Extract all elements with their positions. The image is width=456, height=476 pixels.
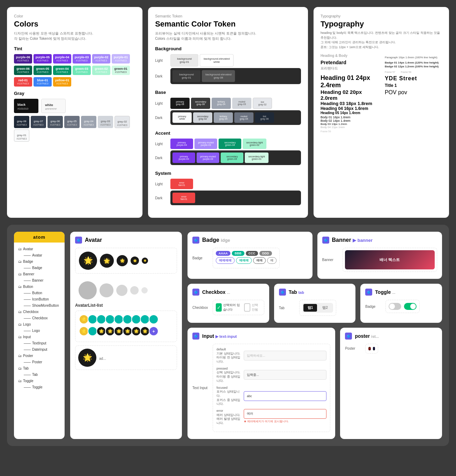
blue-01-swatch: blue-01#197NE3 bbox=[34, 77, 52, 87]
base-light-s1: primarygray-08 bbox=[170, 98, 190, 109]
base-light-s3: tertiarygray-04 bbox=[212, 98, 231, 109]
sidebar-item-banner-parent[interactable]: 🗂 Banner bbox=[18, 271, 60, 277]
badge-card: 🔷 Badge idge Badge AAAA BBB CCC DDD 에에에에 bbox=[187, 232, 312, 279]
badge-pill-4: DDD bbox=[259, 251, 272, 256]
typo-card-desc: heading 및 body의 목록 텍스트입니다. 컨텐츠에 맞는 글자 크기… bbox=[321, 31, 442, 50]
dash-icon-13: —— bbox=[24, 384, 31, 391]
dash-icon-6: —— bbox=[24, 303, 31, 309]
sidebar-item-iconbutton[interactable]: —— IconButton bbox=[18, 296, 60, 303]
checkbox-card: 🔷 Checkbox ... Checkbox ✓ 선택되어 있습니다 선택 안… bbox=[187, 284, 269, 323]
tab-2[interactable]: 탭2 bbox=[318, 304, 332, 312]
avatar-list-row-1: 🌟 bbox=[79, 314, 173, 324]
checkbox-title: Checkbox ... bbox=[202, 289, 230, 295]
avatar-teal-3 bbox=[105, 314, 115, 324]
gray-01-swatch: gray-01 #197NE3 bbox=[14, 129, 29, 142]
avatar-list-row-2: 🌟 🌟 🌟 🌟 🌟 🌟 🌟 + bbox=[79, 326, 173, 336]
checkbox-off[interactable]: 선택 안됨 bbox=[244, 303, 261, 312]
toggle-header: 🔷 Toggle ... bbox=[365, 289, 437, 296]
base-dark-s3: tertiarygray-04 bbox=[214, 112, 233, 123]
avatar-teal-8 bbox=[149, 314, 159, 324]
sidebar-item-badge-parent[interactable]: 🗂 Badge bbox=[18, 259, 60, 265]
accent-dark-s1: primarypurple-04 bbox=[172, 153, 195, 163]
semantic-card-label: Semantic Token bbox=[155, 14, 301, 18]
purple-row: purple-06#197NE3 purple-05#197NE3 purple… bbox=[14, 54, 135, 64]
input-error-field[interactable]: 에러 bbox=[244, 409, 326, 419]
frame-57: Frame 57 bbox=[385, 71, 395, 73]
sidebar-item-showmore[interactable]: —— ShowMoreButton bbox=[18, 303, 60, 309]
accent-dark-s3: secondarygreen-03 bbox=[221, 153, 243, 163]
input-error-wrap: 에러 ★ 에러메세지가 여기에 표시됩니다. bbox=[244, 409, 326, 423]
sidebar-item-avatar-parent[interactable]: 🗂 Avatar bbox=[18, 246, 60, 252]
sidebar-item-logo-parent[interactable]: 🗂 Logo bbox=[18, 321, 60, 328]
sidebar-item-input-parent[interactable]: 🗂 Input bbox=[18, 334, 60, 340]
system-light-row: Light errorfail-01 bbox=[155, 179, 301, 189]
right-top-row: 🔷 Badge idge Badge AAAA BBB CCC DDD 에에에에 bbox=[187, 232, 442, 279]
bg-dark-swatch2: background-elevatedgray-08 bbox=[202, 70, 235, 82]
bg-light-swatch2: background-elevatedwhite bbox=[200, 54, 234, 67]
sidebar-item-tab-parent[interactable]: 🗂 Tab bbox=[18, 365, 60, 372]
badge-pill-1: AAAA bbox=[216, 251, 230, 256]
sidebar-item-dateinput[interactable]: —— DateInput bbox=[18, 347, 60, 353]
sidebar-badge-child-label: Badge bbox=[32, 265, 42, 271]
tab-visual: 탭1 탭2 bbox=[302, 303, 333, 313]
dash-icon-3: —— bbox=[24, 277, 31, 284]
sidebar-toggle-label: Toggle bbox=[23, 378, 33, 384]
gray-06-swatch: gray-06 #197NE3 bbox=[47, 116, 63, 128]
checkbox-on[interactable]: ✓ 선택되어 있습니다 bbox=[216, 303, 242, 312]
poster-item-2 bbox=[373, 347, 375, 350]
banner-image: 배너 텍스트 bbox=[345, 250, 435, 269]
avatar-dark-1: 🌟 bbox=[96, 326, 106, 336]
input-focused-field[interactable]: abc bbox=[244, 391, 326, 401]
add-label: ad... bbox=[99, 357, 106, 360]
tab-icon: 🔷 bbox=[279, 289, 286, 296]
tab-1[interactable]: 탭1 bbox=[303, 304, 317, 312]
input-row-label: Text Input bbox=[192, 386, 210, 390]
avatar-list-section: 🌟 🌟 🌟 🌟 🌟 🌟 🌟 🌟 + bbox=[75, 311, 177, 342]
toggle-on[interactable] bbox=[404, 303, 417, 310]
black-swatch: black #101010 bbox=[14, 99, 38, 113]
sidebar-item-avatar-child[interactable]: —— Avatar bbox=[18, 252, 60, 259]
heading-body-label: Heading & Body bbox=[321, 54, 378, 58]
avatar-teal-4 bbox=[114, 314, 124, 324]
input-content-row: Text Input default기본 상태입니다.타이핑 전 상태입니다. … bbox=[192, 344, 330, 432]
sidebar-item-badge-child[interactable]: —— Badge bbox=[18, 265, 60, 271]
sidebar-item-poster-parent[interactable]: 🗂 Poster bbox=[18, 353, 60, 359]
sidebar-item-checkbox-child[interactable]: —— Checkbox bbox=[18, 315, 60, 321]
dash-icon-9: —— bbox=[24, 340, 31, 347]
toggle-preview bbox=[385, 300, 420, 313]
color-card: Color Colors 디자인에 사용된 모든 색상을 스와치로 표현합니다.… bbox=[7, 7, 142, 218]
input-focused-desc: focused포커스 상태입니다.포커스 중 상태입니다. bbox=[216, 386, 241, 406]
sidebar-item-logo-child[interactable]: —— Logo bbox=[18, 328, 60, 334]
gray-section: Gray black #101010 white #FFFFFF gray-08… bbox=[14, 91, 135, 142]
green-01-swatch: green-01#197NE3 bbox=[112, 66, 130, 75]
sidebar-item-button-parent[interactable]: 🗂 Button bbox=[18, 284, 60, 290]
avatar-teal-2 bbox=[96, 314, 106, 324]
background-section: Background Light backgroundgray-01 backg… bbox=[155, 46, 301, 84]
sidebar-item-toggle-child[interactable]: —— Toggle bbox=[18, 384, 60, 391]
sidebar-item-poster-child[interactable]: —— Poster bbox=[18, 359, 60, 365]
heading-01: Heading 01 24px 2.4rem bbox=[321, 74, 378, 89]
bg-light-swatch1: backgroundgray-01 bbox=[170, 54, 198, 67]
sidebar-item-toggle-parent[interactable]: 🗂 Toggle bbox=[18, 378, 60, 384]
avatar-dark-4: 🌟 bbox=[123, 326, 132, 336]
sidebar-item-checkbox-parent[interactable]: 🗂 Checkbox bbox=[18, 309, 60, 315]
poster-content-row: Poster 올드보이 bbox=[345, 344, 437, 354]
sidebar-item-textinput[interactable]: —— TextInput bbox=[18, 340, 60, 347]
sidebar-item-button-child[interactable]: —— Button bbox=[18, 290, 60, 296]
sidebar-item-banner-child[interactable]: —— Banner bbox=[18, 277, 60, 284]
purple-05-swatch: purple-05#197NE3 bbox=[34, 54, 52, 64]
accent-label: Accent bbox=[155, 131, 301, 136]
checkbox-header: 🔷 Checkbox ... bbox=[192, 289, 264, 296]
toggle-off[interactable] bbox=[389, 303, 401, 310]
accent-dark-row: Dark primarypurple-04 primary-mutedpurpl… bbox=[155, 150, 301, 165]
sidebar-item-tab-child[interactable]: —— Tab bbox=[18, 372, 60, 378]
input-pressed-field[interactable]: 입력중... bbox=[244, 370, 326, 380]
input-default-field[interactable]: 입력하세요... bbox=[244, 351, 326, 360]
checkbox-preview: ✓ 선택되어 있습니다 선택 안됨 bbox=[213, 300, 264, 315]
gray-avatar-sm bbox=[130, 286, 139, 295]
gray-row: gray-08 #197NE3 gray-07 #197NE3 gray-06 … bbox=[14, 116, 135, 142]
toggle-off-thumb bbox=[389, 304, 395, 309]
white-swatch: white #FFFFFF bbox=[41, 99, 66, 113]
avatar-teal-5 bbox=[123, 314, 132, 324]
badge-outline-3: 에에 bbox=[253, 257, 266, 264]
